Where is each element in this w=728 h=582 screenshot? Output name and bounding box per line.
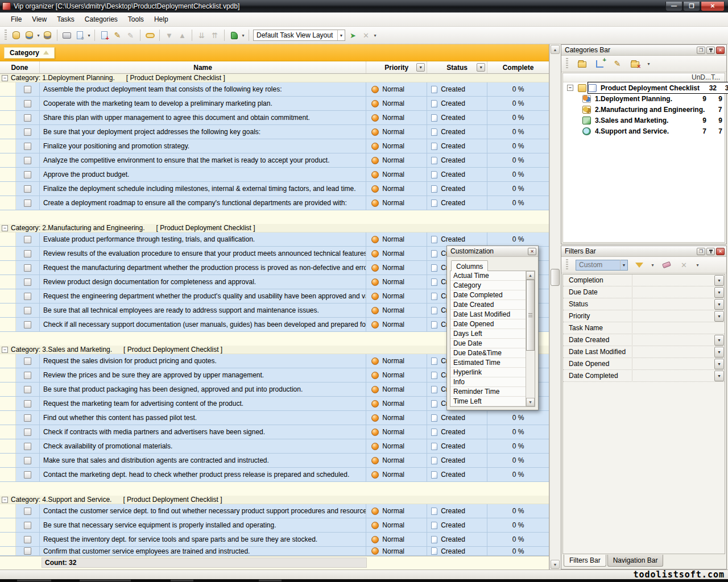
task-checkbox[interactable] <box>24 199 31 207</box>
column-header-priority[interactable]: Priority▼ <box>366 61 427 73</box>
move-to-top-button[interactable]: ⇈ <box>208 29 221 42</box>
filter-value-dropdown[interactable]: ▼ <box>714 287 724 298</box>
tree-item[interactable]: 3.Sales and Marketing.99 <box>563 115 725 126</box>
task-row[interactable]: Finalize the deployment schedule includi… <box>0 182 549 196</box>
filter-preset-combo[interactable]: Custom ▼ <box>576 260 628 271</box>
task-checkbox[interactable] <box>24 443 31 450</box>
filter-value-input[interactable] <box>632 370 714 382</box>
task-checkbox[interactable] <box>24 264 31 272</box>
menu-item-categories[interactable]: Categories <box>80 13 123 26</box>
column-header-complete[interactable]: Complete <box>487 61 549 73</box>
edit-category-button[interactable]: ✎ <box>611 57 624 70</box>
delete-filter-button[interactable]: ✕ <box>677 259 690 272</box>
filter-value-dropdown[interactable]: ▼ <box>714 311 724 322</box>
dialog-scrollbar[interactable]: ▲ ▼ <box>526 271 535 406</box>
reminders-dropdown[interactable]: ▾ <box>241 33 246 38</box>
task-checkbox[interactable] <box>24 86 31 93</box>
task-row[interactable]: Contact the customer service dept. to fi… <box>0 504 549 518</box>
panel-close-button[interactable]: ✕ <box>716 47 725 54</box>
task-checkbox[interactable] <box>24 536 31 543</box>
dialog-scrollbar-thumb[interactable] <box>526 280 535 351</box>
new-category-button[interactable] <box>576 57 589 70</box>
task-row[interactable]: Confirm that customer service employees … <box>0 547 549 556</box>
column-header-done[interactable]: Done <box>0 61 40 73</box>
panel-pin-button[interactable] <box>706 248 715 255</box>
column-header-name[interactable]: Name <box>40 61 366 73</box>
tree-item[interactable]: 1.Deployment Planning.99 <box>563 93 725 104</box>
open-database-button[interactable] <box>23 29 36 42</box>
filter-value-input[interactable] <box>632 322 725 334</box>
filter-value-dropdown[interactable]: ▼ <box>714 359 724 369</box>
task-row[interactable]: Make sure that sales and distribution ag… <box>0 454 549 468</box>
total-column-header[interactable]: T... <box>711 73 725 82</box>
column-item-date-completed[interactable]: Date Completed <box>450 290 526 300</box>
task-checkbox[interactable] <box>24 522 31 529</box>
task-row[interactable]: Contact the marketing dept. head to chec… <box>0 468 549 482</box>
delete-layout-button[interactable]: ✕ <box>359 29 373 42</box>
task-checkbox[interactable] <box>24 236 31 243</box>
task-row[interactable]: Find out whether this content has passed… <box>0 411 549 425</box>
open-database-dropdown[interactable]: ▾ <box>36 33 41 38</box>
task-checkbox[interactable] <box>24 429 31 436</box>
filter-combo-arrow-icon[interactable]: ▼ <box>620 260 627 270</box>
dialog-scroll-up-icon[interactable]: ▲ <box>526 271 535 280</box>
task-checkbox[interactable] <box>24 357 31 365</box>
task-row[interactable]: Approve the product budget.NormalCreated… <box>0 168 549 182</box>
task-row[interactable]: Request the inventory dept. for service … <box>0 533 549 547</box>
panel-float-button[interactable]: ❐ <box>697 248 705 255</box>
filter-value-dropdown[interactable]: ▼ <box>714 371 724 381</box>
filter-value-input[interactable] <box>632 346 714 358</box>
menu-item-view[interactable]: View <box>27 13 52 26</box>
task-checkbox[interactable] <box>24 414 31 422</box>
filter-value-dropdown[interactable]: ▼ <box>714 335 724 346</box>
task-checkbox[interactable] <box>24 128 31 136</box>
filters-toolbar-dropdown[interactable]: ▾ <box>695 263 700 268</box>
scrollbar-thumb[interactable] <box>551 269 560 286</box>
column-item-date-opened[interactable]: Date Opened <box>450 319 526 329</box>
categories-toolbar-dropdown[interactable]: ▾ <box>646 61 651 66</box>
column-item-info[interactable]: Info <box>450 377 526 387</box>
tree-item[interactable]: −Product Deployment Checklist3232 <box>563 82 725 93</box>
filter-value-dropdown[interactable]: ▼ <box>714 347 724 357</box>
column-item-time-left[interactable]: Time Left <box>450 397 526 406</box>
delete-category-button[interactable] <box>628 57 642 70</box>
filter-value-input[interactable] <box>632 334 714 346</box>
task-checkbox[interactable] <box>24 278 31 286</box>
print-button[interactable] <box>60 29 73 42</box>
layout-combo-arrow-icon[interactable]: ▼ <box>337 30 345 40</box>
tab-columns[interactable]: Columns <box>451 260 488 271</box>
apply-filter-dropdown[interactable]: ▾ <box>650 263 655 268</box>
task-checkbox[interactable] <box>24 400 31 408</box>
tab-filters-bar[interactable]: Filters Bar <box>564 555 606 567</box>
task-checkbox[interactable] <box>24 171 31 178</box>
filter-value-dropdown[interactable]: ▼ <box>714 299 724 310</box>
panel-close-button[interactable]: ✕ <box>716 248 725 255</box>
dialog-close-button[interactable]: ✕ <box>528 248 536 255</box>
tree-item[interactable]: 4.Support and Service.77 <box>563 126 725 136</box>
move-down-button[interactable]: ▼ <box>163 29 176 42</box>
panel-pin-button[interactable] <box>706 47 715 54</box>
task-checkbox[interactable] <box>24 457 31 464</box>
customization-dialog-titlebar[interactable]: Customization ✕ <box>447 246 538 257</box>
task-checkbox[interactable] <box>24 114 31 122</box>
task-checkbox[interactable] <box>24 143 31 150</box>
filter-value-dropdown[interactable]: ▼ <box>714 275 724 286</box>
toolbar-overflow-dropdown[interactable]: ▾ <box>373 33 378 38</box>
category-group-row[interactable]: −Category: 1.Deployment Planning.[ Produ… <box>0 74 549 82</box>
scroll-up-arrow-icon[interactable]: ▲ <box>551 45 560 54</box>
task-row[interactable]: Share this plan with upper management to… <box>0 111 549 125</box>
column-item-reminder-time[interactable]: Reminder Time <box>450 387 526 397</box>
table-vertical-scrollbar[interactable]: ▲ ▼ <box>549 44 560 569</box>
find-tasks-button[interactable] <box>143 29 156 42</box>
apply-layout-button[interactable]: ➤ <box>346 29 359 42</box>
collapse-icon[interactable]: − <box>2 75 8 81</box>
print-dropdown[interactable]: ▾ <box>86 33 92 38</box>
new-task-button[interactable] <box>98 29 111 42</box>
task-checkbox[interactable] <box>24 185 31 193</box>
category-group-row[interactable]: −Category: 2.Manufacturing and Engineeri… <box>0 224 549 232</box>
status-filter-dropdown[interactable]: ▼ <box>477 63 485 72</box>
column-item-date-last-modified[interactable]: Date Last Modified <box>450 310 526 319</box>
task-checkbox[interactable] <box>24 471 31 479</box>
task-checkbox[interactable] <box>24 547 31 555</box>
column-item-category[interactable]: Category <box>450 281 526 290</box>
